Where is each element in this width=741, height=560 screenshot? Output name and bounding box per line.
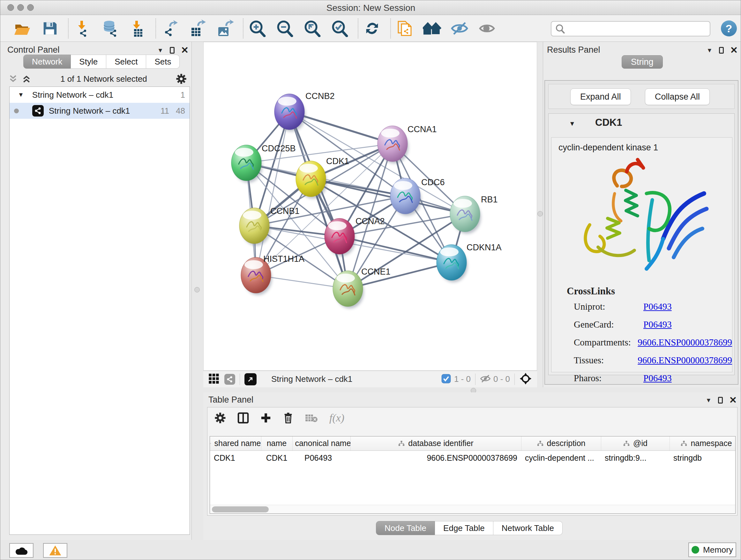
crosslink-link[interactable]: P06493: [643, 301, 672, 312]
protein-collapse-triangle-icon[interactable]: ▼: [569, 120, 576, 127]
network-view-canvas[interactable]: CCNB2CCNA1CDC25BCDK1CDC6RB1CCNB1CCNA2CDK…: [203, 42, 537, 371]
node-CCNB2[interactable]: [274, 94, 306, 132]
table-panel-float-icon[interactable]: [718, 397, 723, 403]
zoom-out-button[interactable]: [275, 18, 294, 38]
table-cell[interactable]: P06493: [292, 450, 350, 465]
column-header-shared-name[interactable]: shared name: [210, 436, 261, 450]
column-header-@id[interactable]: @id: [601, 436, 670, 450]
node-CCNA2[interactable]: [325, 219, 355, 256]
scrollbar-thumb[interactable]: [212, 506, 269, 512]
save-session-button[interactable]: [41, 18, 59, 38]
apply-layout-button[interactable]: [363, 18, 381, 38]
crosslink-link[interactable]: P06493: [643, 319, 672, 330]
table-panel-close-icon[interactable]: ✕: [729, 395, 737, 405]
network-collection-row[interactable]: ▼ String Network – cdk1 1: [10, 87, 190, 103]
collapse-all-chevron-icon[interactable]: [8, 74, 18, 84]
table-cell[interactable]: stringdb: [670, 450, 736, 465]
control-panel-float-icon[interactable]: [170, 47, 175, 54]
memory-button[interactable]: Memory: [688, 543, 736, 557]
control-panel-menu-icon[interactable]: ▼: [157, 47, 163, 54]
duplicate-network-button[interactable]: [395, 18, 414, 38]
fit-content-crosshair-icon[interactable]: [519, 372, 532, 386]
control-panel-close-icon[interactable]: ✕: [181, 46, 189, 55]
delete-column-trash-icon[interactable]: [283, 413, 293, 423]
table-cell[interactable]: stringdb:9...: [601, 450, 670, 465]
table-cell[interactable]: 9606.ENSP00000378699: [350, 450, 521, 465]
export-table-button[interactable]: [188, 18, 206, 38]
tab-network-table[interactable]: Network Table: [493, 521, 562, 535]
export-network-icon: [161, 19, 179, 37]
network-row-selected[interactable]: String Network – cdk1 11 48: [10, 103, 190, 119]
network-options-gear-icon[interactable]: [176, 73, 187, 84]
node-CDKN1A[interactable]: [436, 245, 468, 282]
warnings-button[interactable]: [43, 543, 67, 558]
node-CCNA1[interactable]: [378, 126, 408, 164]
node-CDC6[interactable]: [390, 178, 421, 216]
results-panel-close-icon[interactable]: ✕: [730, 46, 738, 55]
tab-sets[interactable]: Sets: [146, 55, 180, 69]
results-panel-float-icon[interactable]: [719, 47, 724, 54]
column-header-name[interactable]: name: [261, 436, 292, 450]
import-table-from-file-button[interactable]: [128, 18, 146, 38]
hide-selected-button[interactable]: [450, 18, 469, 38]
table-cell[interactable]: CDK1: [210, 450, 261, 465]
table-panel-menu-icon[interactable]: ▼: [705, 397, 712, 404]
show-all-button[interactable]: [478, 18, 496, 38]
toolbar-search[interactable]: [551, 21, 711, 37]
first-neighbors-button[interactable]: [423, 18, 441, 38]
show-columns-icon[interactable]: [238, 412, 249, 424]
help-button[interactable]: ?: [721, 20, 737, 37]
expand-all-button[interactable]: Expand All: [570, 88, 631, 105]
crosslink-link[interactable]: 9606.ENSP00000378699: [637, 337, 732, 348]
tab-edge-table[interactable]: Edge Table: [435, 521, 493, 535]
import-network-from-database-button[interactable]: [100, 18, 119, 38]
import-network-from-file-button[interactable]: [73, 18, 91, 38]
column-header-description[interactable]: description: [521, 436, 601, 450]
table-row[interactable]: CDK1CDK1P064939606.ENSP00000378699cyclin…: [210, 450, 736, 465]
tab-style[interactable]: Style: [71, 55, 106, 69]
export-network-button[interactable]: [160, 18, 179, 38]
column-header-database-identifier[interactable]: database identifier: [350, 436, 521, 450]
tab-select[interactable]: Select: [106, 55, 146, 69]
tab-network[interactable]: Network: [23, 55, 71, 69]
node-RB1[interactable]: [450, 196, 481, 234]
table-options-gear-icon[interactable]: [214, 412, 226, 424]
tab-node-table[interactable]: Node Table: [376, 521, 435, 535]
network-view-type-icon[interactable]: [224, 374, 235, 385]
node-CCNE1[interactable]: [333, 271, 364, 308]
expand-all-chevron-icon[interactable]: [21, 74, 31, 84]
selected-checkbox-icon[interactable]: [441, 374, 451, 385]
results-panel: Results Panel ▼ ✕ String Expand All Coll…: [543, 42, 741, 387]
zoom-selected-button[interactable]: [330, 18, 349, 38]
results-panel-menu-icon[interactable]: ▼: [706, 47, 713, 54]
crosslink-row: GeneCard:P06493: [574, 319, 732, 330]
collection-expand-triangle-icon[interactable]: ▼: [18, 91, 24, 98]
open-session-button[interactable]: [13, 18, 31, 38]
add-column-icon[interactable]: [260, 413, 271, 423]
string-network-graph[interactable]: CCNB2CCNA1CDC25BCDK1CDC6RB1CCNB1CCNA2CDK…: [204, 42, 537, 370]
open-in-new-window-icon[interactable]: [245, 373, 257, 385]
column-header-canonical-name[interactable]: canonical name: [292, 436, 350, 450]
crosslink-link[interactable]: P06493: [643, 373, 672, 383]
right-splitter-handle[interactable]: [537, 211, 543, 216]
cloud-status-button[interactable]: [9, 543, 33, 558]
node-label-CDKN1A: CDKN1A: [467, 243, 502, 252]
search-input[interactable]: [565, 24, 702, 34]
tab-string[interactable]: String: [622, 55, 663, 69]
table-cell[interactable]: cyclin-dependent ...: [521, 450, 601, 465]
crosslink-link[interactable]: 9606.ENSP00000378699: [637, 355, 732, 366]
crosslinks-list: Uniprot:P06493GeneCard:P06493Compartment…: [551, 301, 732, 383]
node-CCNB1[interactable]: [239, 208, 270, 246]
node-table[interactable]: shared namenamecanonical namedatabase id…: [210, 436, 736, 514]
node-CDK1[interactable]: [296, 161, 327, 199]
zoom-in-button[interactable]: [248, 18, 266, 38]
birds-eye-view-icon[interactable]: [208, 373, 219, 385]
collapse-all-button[interactable]: Collapse All: [645, 88, 710, 105]
table-horizontal-scrollbar[interactable]: [210, 505, 735, 513]
crosslinks-title: CrossLinks: [551, 280, 732, 301]
export-image-button[interactable]: [215, 18, 234, 38]
table-cell[interactable]: CDK1: [261, 450, 292, 465]
column-header-namespace[interactable]: namespace: [670, 436, 736, 450]
left-splitter-handle[interactable]: [194, 287, 200, 293]
zoom-fit-button[interactable]: [303, 18, 321, 38]
